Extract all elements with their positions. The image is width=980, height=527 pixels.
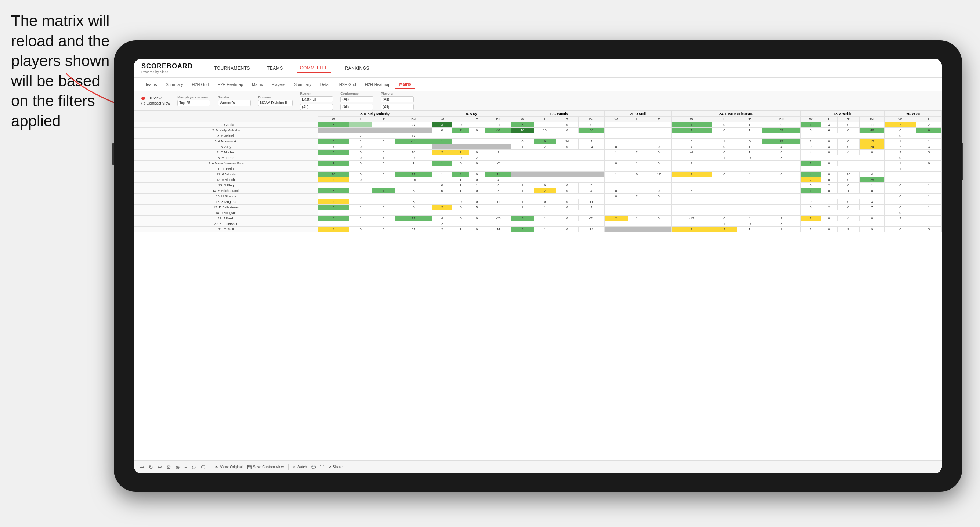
nav-tournaments[interactable]: TOURNAMENTS <box>211 64 253 72</box>
player-name: 12. A Bianchi <box>134 177 318 183</box>
watch-icon: ○ <box>293 465 295 469</box>
player-name: 2. M Kelly Mulcahy <box>134 128 318 133</box>
filters-row: Full View Compact View Max players in vi… <box>134 91 942 111</box>
player-name: 17. D Ballesteros <box>134 205 318 210</box>
subnav-summary[interactable]: Summary <box>162 80 186 89</box>
player-name: 8. M Torres <box>134 155 318 161</box>
nav-committee[interactable]: COMMITTEE <box>297 64 331 73</box>
player-name: 13. N Klug <box>134 183 318 188</box>
annotation-text: The matrix will reload and the players s… <box>11 11 118 132</box>
col-group-webb: 38. A Webb <box>800 111 885 117</box>
save-icon: 💾 <box>247 465 251 469</box>
table-row: 14. S Srichantamit 3116 0105 1204 010 5 … <box>134 188 942 194</box>
region-select[interactable]: East - DII <box>300 96 333 102</box>
col-l-stoll: L <box>627 117 646 122</box>
col-l-woods: L <box>533 117 556 122</box>
view-original-btn[interactable]: 👁 View: Original <box>215 465 243 469</box>
conference-label: Conference <box>340 92 374 95</box>
tablet-side-button <box>112 143 114 165</box>
col-l-webb: L <box>821 117 838 122</box>
player-name: 9. A Maria Jimenez Rios <box>134 161 318 166</box>
view-options: Full View Compact View <box>142 96 170 105</box>
col-dif-woods: Dif <box>578 117 605 122</box>
conference-sub-select[interactable]: (All) <box>340 104 374 110</box>
max-players-select[interactable]: Top 25 <box>177 100 210 106</box>
subnav-h2h-grid[interactable]: H2H Grid <box>188 80 212 89</box>
minus-icon[interactable]: − <box>185 464 187 470</box>
compact-view-radio[interactable] <box>142 102 145 105</box>
col-w-za: W <box>885 117 916 122</box>
conference-select[interactable]: (All) <box>340 96 374 102</box>
tablet-side-button-right <box>962 143 964 180</box>
region-label: Region <box>300 92 333 95</box>
subnav-h2h-heatmap[interactable]: H2H Heatmap <box>214 80 247 89</box>
subnav-teams[interactable]: Teams <box>142 80 161 89</box>
back-icon[interactable]: ↩ <box>158 464 162 470</box>
gender-label: Gender <box>218 95 251 99</box>
matrix-table: 2. M Kelly Mulcahy 6. A Dy 11. G Woods 2… <box>134 111 942 232</box>
undo-icon[interactable]: ↩ <box>140 464 144 470</box>
table-row: 8. M Torres 0010 102 0108 01 <box>134 155 942 161</box>
player-name: 16. X Mogaha <box>134 199 318 205</box>
col-t-stoll: T <box>646 117 671 122</box>
matrix-container[interactable]: 2. M Kelly Mulcahy 6. A Dy 11. G Woods 2… <box>134 111 942 460</box>
col-group-mulcahy: 2. M Kelly Mulcahy <box>318 111 432 117</box>
col-w-stoll: W <box>605 117 628 122</box>
share-btn[interactable]: ↗ Share <box>328 465 342 469</box>
division-label: Division <box>258 95 293 99</box>
subnav-summary2[interactable]: Summary <box>290 80 315 89</box>
table-row: 16. X Mogaha 2103 10011 10011 0103 <box>134 199 942 205</box>
subnav-matrix-active[interactable]: Matrix <box>395 79 415 89</box>
player-name: 3. S Jelinek <box>134 133 318 139</box>
toolbar-sep <box>210 464 210 470</box>
table-row: 21. O Stoll 40031 21014 31014 2211 1099 … <box>134 227 942 232</box>
save-custom-btn[interactable]: 💾 Save Custom View <box>247 465 284 469</box>
table-row: 18. J Hodgson 01 <box>134 210 942 216</box>
table-row: 6. A Dy 70 120-4 010 4014 04024 23 <box>134 144 942 150</box>
table-row: 20. E Andersson 2 0108 <box>134 221 942 227</box>
player-name: 5. A Nomrowski <box>134 139 318 144</box>
table-row: 2. M Kelly Mulcahy 07040 1010050 10135 0… <box>134 128 942 133</box>
player-name: 18. J Hodgson <box>134 210 318 216</box>
subnav-players[interactable]: Players <box>268 80 289 89</box>
players-sub-select[interactable]: (All) <box>381 104 414 110</box>
reset-icon[interactable]: ⊙ <box>192 464 196 470</box>
subnav-matrix[interactable]: Matrix <box>248 80 267 89</box>
compact-view-option[interactable]: Compact View <box>142 101 170 105</box>
comment-btn[interactable]: 💬 <box>311 465 316 469</box>
full-view-option[interactable]: Full View <box>142 96 170 100</box>
table-row: 7. O Mitchell 30018 2202 120 -4010 4040 … <box>134 150 942 155</box>
nav-teams[interactable]: TEAMS <box>264 64 286 72</box>
col-t-mulcahy: T <box>372 117 395 122</box>
col-dif-dy: Dif <box>485 117 511 122</box>
full-view-radio[interactable] <box>142 97 145 100</box>
col-w-woods: W <box>511 117 534 122</box>
col-dif-webb: Dif <box>859 117 885 122</box>
nav-rankings[interactable]: RANKINGS <box>342 64 372 72</box>
fullscreen-btn[interactable]: ⛶ <box>320 465 324 469</box>
player-name: 10. L Perini <box>134 166 318 172</box>
subnav-h2h-grid2[interactable]: H2H Grid <box>336 80 360 89</box>
subnav-detail[interactable]: Detail <box>317 80 334 89</box>
players-select[interactable]: (All) <box>381 96 414 102</box>
watch-btn[interactable]: ○ Watch <box>293 465 307 469</box>
player-name: 6. A Dy <box>134 144 318 150</box>
players-filter: Players (All) (All) <box>381 92 414 110</box>
col-t-dy: T <box>469 117 485 122</box>
division-select[interactable]: NCAA Division II <box>258 100 293 106</box>
gender-select[interactable]: Women's <box>218 100 251 106</box>
settings-icon[interactable]: ⚙ <box>166 464 171 470</box>
table-row: 15. H Stranda 020 01 <box>134 194 942 199</box>
gender-filter: Gender Women's <box>218 95 251 106</box>
col-group-woods: 11. G Woods <box>511 111 605 117</box>
max-players-label: Max players in view <box>177 95 210 99</box>
timer-icon[interactable]: ⏱ <box>200 464 205 470</box>
region-sub-select[interactable]: (All) <box>300 104 333 110</box>
col-t-schumac: T <box>737 117 762 122</box>
subnav-h2h-heatmap2[interactable]: H2H Heatmap <box>361 80 395 89</box>
redo-icon[interactable]: ↻ <box>149 464 153 470</box>
zoom-icon[interactable]: ⊕ <box>175 464 180 470</box>
sub-nav: Teams Summary H2H Grid H2H Heatmap Matri… <box>134 78 942 91</box>
table-row: 9. A Maria Jimenez Rios 1001 100-7 010 2… <box>134 161 942 166</box>
col-w-mulcahy: W <box>318 117 349 122</box>
